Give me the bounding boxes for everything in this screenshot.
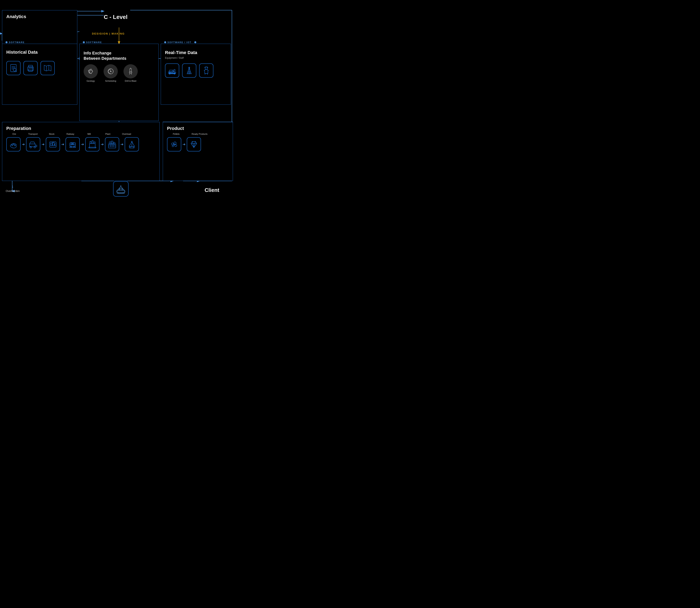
prep-label-stock: Stock bbox=[44, 133, 60, 135]
realtime-subtitle: Equipment / Staff bbox=[165, 57, 227, 59]
realtime-icon-worker bbox=[199, 63, 214, 78]
svg-point-27 bbox=[32, 68, 33, 69]
product-title: Product bbox=[167, 126, 229, 131]
scheduling-icon bbox=[104, 64, 118, 78]
c-level-title: C - Level bbox=[104, 14, 128, 20]
rig-svg bbox=[185, 66, 194, 75]
analytics-title: Analytics bbox=[6, 14, 73, 19]
prep-icon-railway bbox=[66, 137, 80, 151]
mill-svg bbox=[88, 140, 97, 149]
historical-icon-map bbox=[40, 61, 55, 75]
svg-point-46 bbox=[12, 145, 13, 146]
stock-svg bbox=[49, 140, 57, 149]
overburden-section: ↓ Overburden bbox=[6, 184, 20, 192]
realtime-sw-label: SOFTWARE / IOT bbox=[164, 41, 196, 43]
realtime-sw-text: SOFTWARE / IOT bbox=[167, 41, 191, 43]
overload-svg bbox=[127, 140, 136, 149]
center-categories: Geology Scheduling bbox=[84, 64, 154, 82]
ore-svg bbox=[9, 140, 18, 149]
historical-icons bbox=[6, 61, 73, 75]
excavator-svg bbox=[168, 66, 177, 75]
scheduling-col: Scheduling bbox=[104, 64, 118, 82]
realtime-icon-rig bbox=[182, 63, 196, 78]
scheduling-svg bbox=[107, 67, 115, 75]
svg-marker-28 bbox=[44, 65, 51, 71]
ship-icon-box bbox=[113, 181, 129, 196]
ship-icon-container bbox=[113, 181, 129, 196]
overburden-arrow: ↓ bbox=[6, 184, 20, 189]
prep-arrow-6: ➜ bbox=[121, 142, 124, 146]
geology-label: Geology bbox=[87, 80, 95, 82]
prep-icon-transport bbox=[26, 137, 40, 151]
sw-dot-historical bbox=[5, 41, 7, 43]
drill-blast-icon bbox=[124, 64, 138, 78]
product-arrow: ➜ bbox=[183, 142, 186, 146]
map-svg bbox=[43, 64, 52, 73]
worker-svg bbox=[202, 66, 211, 75]
realtime-title: Real-Time Data bbox=[165, 50, 227, 55]
railway-svg bbox=[68, 140, 77, 149]
sw-dot-realtime bbox=[164, 41, 166, 43]
geology-svg bbox=[87, 67, 95, 75]
svg-point-79 bbox=[172, 145, 174, 147]
svg-point-48 bbox=[15, 145, 16, 146]
product-label-ready: Ready Products bbox=[189, 133, 210, 135]
transport-svg bbox=[29, 140, 38, 149]
printer-svg bbox=[26, 64, 35, 73]
product-icons-row: ➜ bbox=[167, 137, 229, 151]
svg-point-77 bbox=[174, 142, 176, 144]
diamond-svg bbox=[189, 140, 198, 149]
preparation-labels: Ore Transport Stock Railway Mill Plant O… bbox=[6, 133, 155, 135]
prep-label-ore: Ore bbox=[6, 133, 22, 135]
preparation-icons-row: ➜ ➜ bbox=[6, 137, 155, 151]
ship-svg bbox=[116, 184, 126, 194]
drill-blast-col: Drill & Blast bbox=[124, 64, 138, 82]
product-box: Product Pellets Ready Products ➜ bbox=[163, 122, 233, 181]
diagram: Analytics C - Level DESIGION | MAKING SO… bbox=[0, 0, 234, 203]
svg-rect-26 bbox=[29, 69, 33, 71]
svg-rect-35 bbox=[129, 72, 132, 73]
center-title: Info ExchangeBetween Departments bbox=[84, 51, 154, 61]
drill-blast-label: Drill & Blast bbox=[125, 80, 136, 82]
center-sw-label: SOFTWARE bbox=[83, 41, 102, 43]
realtime-icons bbox=[165, 63, 227, 78]
prep-icon-overload bbox=[125, 137, 139, 151]
realtime-box: SOFTWARE / IOT Real-Time Data Equipment … bbox=[161, 44, 231, 105]
svg-rect-34 bbox=[130, 69, 131, 72]
prep-label-mill: Mill bbox=[81, 133, 97, 135]
prep-icon-plant bbox=[105, 137, 119, 151]
prep-arrow-1: ➜ bbox=[22, 142, 25, 146]
prep-label-transport: Transport bbox=[25, 133, 41, 135]
historical-box: SOFTWARE Historical Data bbox=[2, 44, 77, 105]
svg-point-76 bbox=[171, 143, 173, 145]
prep-arrow-4: ➜ bbox=[81, 142, 84, 146]
prep-label-plant: Plant bbox=[100, 133, 116, 135]
center-box: SOFTWARE Info ExchangeBetween Department… bbox=[79, 44, 159, 121]
decision-label: DESIGION | MAKING bbox=[92, 32, 125, 35]
prep-arrow-5: ➜ bbox=[101, 142, 104, 146]
prep-arrow-3: ➜ bbox=[61, 142, 64, 146]
overburden-label: Overburden bbox=[6, 189, 20, 192]
prep-arrow-2: ➜ bbox=[41, 142, 44, 146]
geology-col: Geology bbox=[84, 64, 98, 82]
prep-label-railway: Railway bbox=[62, 133, 78, 135]
preparation-title: Preparation bbox=[6, 126, 155, 131]
historical-sw-text: SOFTWARE bbox=[9, 41, 25, 43]
product-labels: Pellets Ready Products bbox=[167, 133, 229, 135]
sw-dot-center bbox=[83, 41, 85, 43]
svg-rect-65 bbox=[89, 147, 96, 148]
center-sw-text: SOFTWARE bbox=[86, 41, 102, 43]
historical-icon-report bbox=[6, 61, 21, 75]
product-icon-pellets bbox=[167, 137, 181, 151]
svg-point-45 bbox=[205, 67, 207, 69]
client-label: Client bbox=[205, 187, 219, 193]
sw-dot-realtime-right bbox=[194, 41, 196, 43]
svg-point-33 bbox=[110, 71, 111, 72]
prep-icon-stock bbox=[46, 137, 60, 151]
product-label-pellets: Pellets bbox=[167, 133, 185, 135]
historical-icon-printer bbox=[23, 61, 38, 75]
preparation-box: Preparation Ore Transport Stock Railway … bbox=[2, 122, 160, 181]
svg-rect-54 bbox=[53, 142, 54, 146]
plant-svg bbox=[108, 140, 116, 149]
drill-blast-svg bbox=[127, 67, 135, 75]
